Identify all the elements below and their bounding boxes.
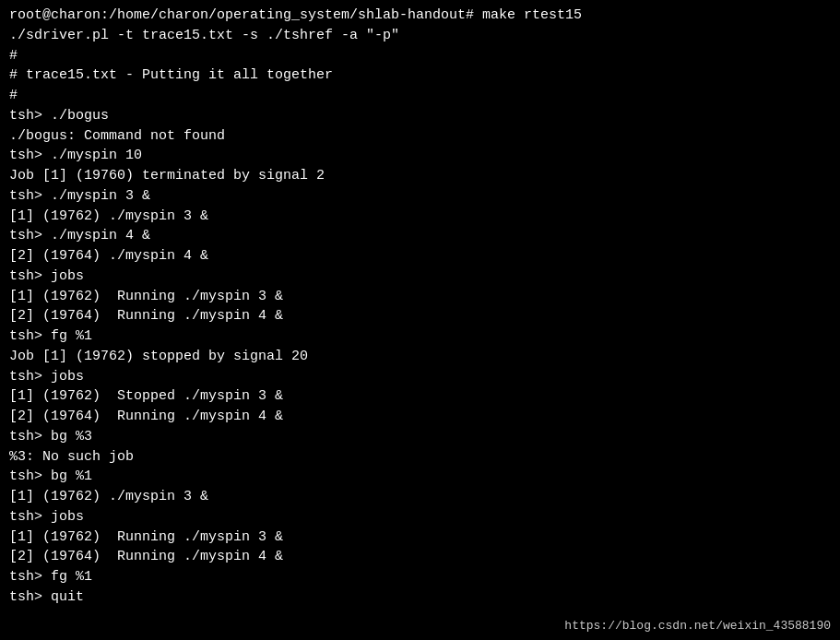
terminal-line: [2] (19764) ./myspin 4 & <box>9 246 831 267</box>
terminal-line: [1] (19762) ./myspin 3 & <box>9 487 831 507</box>
terminal-line: [1] (19762) Running ./myspin 3 & <box>9 527 831 548</box>
terminal-line: tsh> jobs <box>9 507 831 527</box>
terminal-line: %3: No such job <box>9 447 831 468</box>
terminal-line: [1] (19762) Stopped ./myspin 3 & <box>9 386 831 407</box>
terminal-line: root@charon:/home/charon/operating_syste… <box>9 6 831 26</box>
terminal-line: tsh> ./myspin 4 & <box>9 226 831 246</box>
terminal-line: tsh> ./bogus <box>9 106 831 126</box>
terminal-line: tsh> ./myspin 3 & <box>9 186 831 207</box>
terminal-line: tsh> bg %3 <box>9 427 831 447</box>
terminal-line: [1] (19762) Running ./myspin 3 & <box>9 287 831 307</box>
terminal-line: ./bogus: Command not found <box>9 126 831 147</box>
terminal-output: root@charon:/home/charon/operating_syste… <box>9 6 831 608</box>
terminal-line: tsh> jobs <box>9 367 831 387</box>
terminal-line: tsh> quit <box>9 587 831 608</box>
terminal-line: tsh> ./myspin 10 <box>9 146 831 166</box>
terminal-line: tsh> fg %1 <box>9 567 831 587</box>
terminal-line: # trace15.txt - Putting it all together <box>9 65 831 86</box>
terminal-line: [1] (19762) ./myspin 3 & <box>9 207 831 227</box>
watermark: https://blog.csdn.net/weixin_43588190 <box>564 619 831 633</box>
terminal-line: [2] (19764) Running ./myspin 4 & <box>9 407 831 427</box>
terminal-line: ./sdriver.pl -t trace15.txt -s ./tshref … <box>9 26 831 46</box>
terminal-line: [2] (19764) Running ./myspin 4 & <box>9 306 831 326</box>
terminal-line: tsh> fg %1 <box>9 326 831 347</box>
terminal-line: Job [1] (19762) stopped by signal 20 <box>9 347 831 367</box>
terminal-line: # <box>9 86 831 106</box>
terminal-line: tsh> jobs <box>9 267 831 287</box>
terminal-window: root@charon:/home/charon/operating_syste… <box>0 0 840 640</box>
terminal-line: # <box>9 46 831 66</box>
terminal-line: Job [1] (19760) terminated by signal 2 <box>9 166 831 186</box>
terminal-line: [2] (19764) Running ./myspin 4 & <box>9 547 831 567</box>
terminal-line: tsh> bg %1 <box>9 467 831 487</box>
